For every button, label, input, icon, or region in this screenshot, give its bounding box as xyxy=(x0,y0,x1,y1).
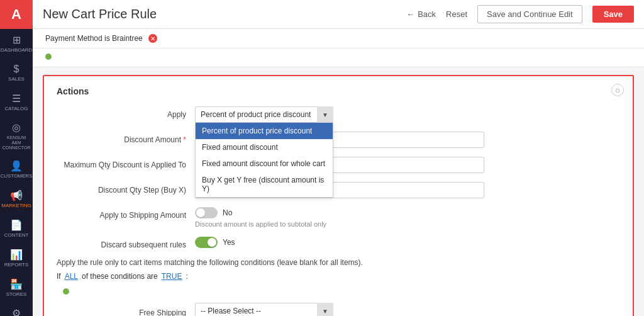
sidebar-item-connector[interactable]: ◎ KENSUM A&MCONNECTOR xyxy=(0,116,33,155)
sidebar-item-label: KENSUM A&MCONNECTOR xyxy=(3,135,31,150)
apply-shipping-control: No Discount amount is applied to subtota… xyxy=(195,207,497,228)
free-shipping-select-wrapper: -- Please Select -- ▼ xyxy=(195,303,333,316)
discard-row: Discard subsequent rules Yes xyxy=(57,237,620,249)
discard-toggle-label: Yes xyxy=(223,238,235,247)
apply-row: Apply Percent of product price discount … xyxy=(57,106,620,123)
payment-method-badge: ✕ xyxy=(148,34,157,43)
apply-label: Apply xyxy=(57,106,195,119)
sidebar-item-customers[interactable]: 👤 CUSTOMERS xyxy=(0,155,33,184)
discard-toggle[interactable] xyxy=(195,237,218,248)
free-shipping-label: Free Shipping xyxy=(57,305,195,316)
sidebar-item-dashboard[interactable]: ⊞ DASHBOARD xyxy=(0,29,33,59)
section-title: Actions xyxy=(57,86,620,96)
discount-step-row: Discount Qty Step (Buy X) xyxy=(57,182,620,198)
toggle-knob xyxy=(196,208,205,217)
apply-control: Percent of product price discount Fixed … xyxy=(195,106,497,123)
condition-if: If xyxy=(57,272,61,281)
sidebar-item-label: MARKETING xyxy=(1,203,31,209)
catalog-icon: ☰ xyxy=(12,93,21,104)
content-icon: 📄 xyxy=(10,219,23,231)
back-button[interactable]: ← Back xyxy=(406,9,436,19)
sidebar-item-reports[interactable]: 📊 REPORTS xyxy=(0,244,33,273)
payment-method-bar: Payment Method is Braintree ✕ xyxy=(33,29,644,48)
save-continue-button[interactable]: Save and Continue Edit xyxy=(477,5,582,23)
sidebar-item-system[interactable]: ⚙ SYSTEM xyxy=(0,302,33,316)
dashboard-icon: ⊞ xyxy=(13,34,21,46)
discount-amount-row: Discount Amount xyxy=(57,132,620,148)
top-header: New Cart Price Rule ← Back Reset Save an… xyxy=(33,0,644,29)
collapse-button[interactable]: ○ xyxy=(611,84,624,96)
sidebar-item-label: CUSTOMERS xyxy=(1,174,33,179)
discard-control: Yes xyxy=(195,237,497,248)
dropdown-option-percent[interactable]: Percent of product price discount xyxy=(196,123,333,139)
sidebar: A ⊞ DASHBOARD $ SALES ☰ CATALOG ◎ KENSUM… xyxy=(0,0,33,316)
condition-colon: : xyxy=(186,272,187,281)
reset-button[interactable]: Reset xyxy=(446,9,467,19)
max-qty-label: Maximum Qty Discount is Applied To xyxy=(57,157,195,169)
sidebar-item-stores[interactable]: 🏪 STORES xyxy=(0,273,33,303)
back-arrow-icon: ← xyxy=(406,9,414,19)
sidebar-item-label: CATALOG xyxy=(4,106,28,112)
sidebar-item-label: STORES xyxy=(6,292,27,298)
customers-icon: 👤 xyxy=(10,160,23,172)
condition-description: Apply the rule only to cart items matchi… xyxy=(57,258,620,267)
content-area: Payment Method is Braintree ✕ Actions ○ … xyxy=(33,29,644,316)
marketing-icon: 📢 xyxy=(10,189,23,201)
condition-true-link[interactable]: TRUE xyxy=(162,272,182,281)
apply-shipping-label: Apply to Shipping Amount xyxy=(57,207,195,220)
actions-section: Actions ○ Apply Percent of product price… xyxy=(43,75,634,316)
free-shipping-select[interactable]: -- Please Select -- xyxy=(195,303,333,316)
apply-shipping-hint: Discount amount is applied to subtotal o… xyxy=(195,220,497,228)
sidebar-item-label: REPORTS xyxy=(4,262,29,268)
payment-method-text: Payment Method is Braintree xyxy=(45,34,143,43)
sales-icon: $ xyxy=(14,64,19,75)
reports-icon: 📊 xyxy=(10,249,23,261)
free-shipping-control: -- Please Select -- ▼ xyxy=(195,303,497,316)
apply-shipping-toggle[interactable] xyxy=(195,207,218,218)
apply-select-wrapper: Percent of product price discount Fixed … xyxy=(195,106,333,123)
connector-icon: ◎ xyxy=(12,121,21,133)
condition-all-link[interactable]: ALL xyxy=(65,272,78,281)
max-qty-row: Maximum Qty Discount is Applied To xyxy=(57,157,620,173)
header-actions: ← Back Reset Save and Continue Edit Save xyxy=(406,5,634,23)
sidebar-item-marketing[interactable]: 📢 MARKETING xyxy=(0,184,33,214)
apply-shipping-row: Apply to Shipping Amount No Discount amo… xyxy=(57,207,620,228)
discard-label: Discard subsequent rules xyxy=(57,237,195,249)
stores-icon: 🏪 xyxy=(10,278,23,290)
add-condition-dot-2[interactable] xyxy=(63,288,69,295)
main-content: New Cart Price Rule ← Back Reset Save an… xyxy=(33,0,644,316)
sidebar-item-label: SALES xyxy=(8,77,25,82)
add-condition-dot[interactable] xyxy=(45,54,52,60)
dropdown-option-fixed-cart[interactable]: Fixed amount discount for whole cart xyxy=(196,155,333,172)
sidebar-item-content[interactable]: 📄 CONTENT xyxy=(0,214,33,244)
system-icon: ⚙ xyxy=(12,307,21,316)
save-button[interactable]: Save xyxy=(592,6,634,23)
discount-step-label: Discount Qty Step (Buy X) xyxy=(57,182,195,195)
dropdown-option-fixed[interactable]: Fixed amount discount xyxy=(196,139,333,155)
discard-toggle-row: Yes xyxy=(195,237,497,248)
discount-amount-label: Discount Amount xyxy=(57,132,195,144)
apply-shipping-toggle-row: No xyxy=(195,207,497,218)
sidebar-item-sales[interactable]: $ SALES xyxy=(0,59,33,87)
sidebar-logo: A xyxy=(0,0,33,29)
dropdown-option-buy-x-get-y[interactable]: Buy X get Y free (discount amount is Y) xyxy=(196,172,333,197)
condition-of-these: of these conditions are xyxy=(82,272,158,281)
page-title: New Cart Price Rule xyxy=(43,7,157,21)
apply-select[interactable]: Percent of product price discount Fixed … xyxy=(195,106,333,123)
toggle-knob xyxy=(208,238,216,247)
back-label: Back xyxy=(418,9,436,19)
sidebar-item-label: DASHBOARD xyxy=(1,48,33,54)
sidebar-item-catalog[interactable]: ☰ CATALOG xyxy=(0,87,33,117)
apply-dropdown-popup: Percent of product price discount Fixed … xyxy=(195,123,333,198)
sidebar-item-label: CONTENT xyxy=(4,233,29,239)
free-shipping-row: Free Shipping -- Please Select -- ▼ xyxy=(57,303,620,316)
apply-shipping-toggle-label: No xyxy=(223,208,232,217)
condition-row: If ALL of these conditions are TRUE : xyxy=(57,272,620,281)
